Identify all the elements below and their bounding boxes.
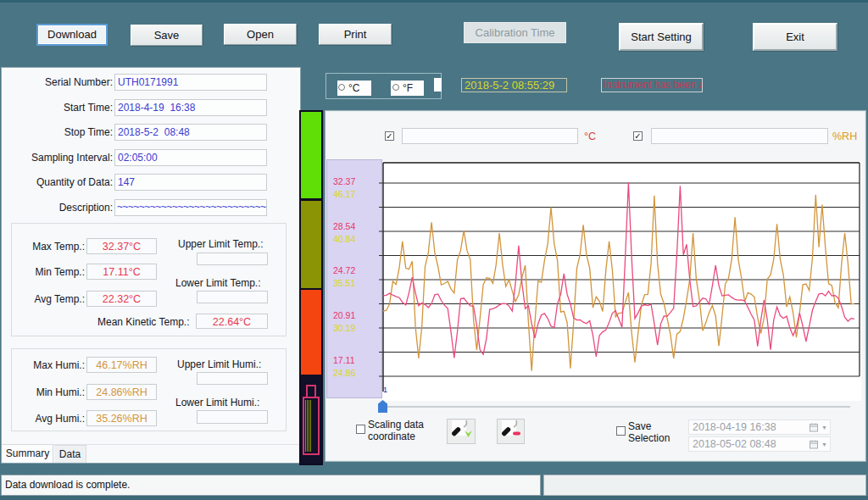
svg-text:1: 1: [383, 386, 387, 394]
